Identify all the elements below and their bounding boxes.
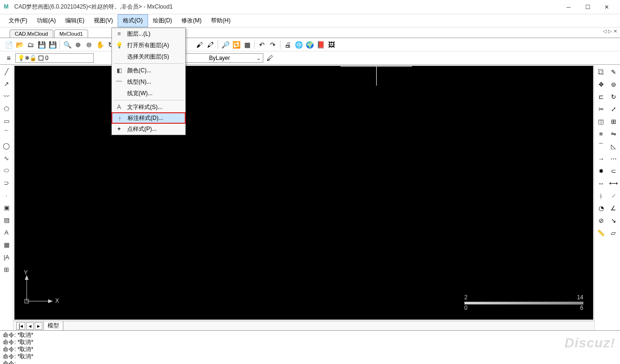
mtext-icon[interactable]: |A: [2, 252, 11, 262]
pan-icon[interactable]: ✋: [95, 40, 105, 49]
menu-modify[interactable]: 修改(M): [177, 15, 206, 27]
zoomwin-icon[interactable]: 🔍: [62, 40, 72, 49]
region-icon[interactable]: ⊞: [2, 265, 11, 274]
tab-controls[interactable]: ◁ ▷ ✕: [603, 29, 617, 34]
undo-icon[interactable]: ↶: [257, 40, 267, 49]
tab-doc1[interactable]: CAD.MxCloud: [10, 30, 53, 38]
extend-icon[interactable]: →: [596, 153, 606, 164]
dim-linear-icon[interactable]: ⟊: [596, 190, 606, 201]
paint-icon[interactable]: 🖍: [206, 40, 215, 49]
explode-icon[interactable]: ✸: [596, 166, 606, 176]
menu-function[interactable]: 功能(A): [32, 15, 60, 27]
find-icon[interactable]: 🔎: [220, 40, 230, 49]
menu-view[interactable]: 视图(V): [89, 15, 118, 27]
dd-pointstyle[interactable]: ✦点样式(P)...: [112, 123, 185, 135]
ellipse-icon[interactable]: ⬭: [2, 166, 11, 175]
rotate-icon[interactable]: ↻: [608, 91, 619, 102]
saveas-icon[interactable]: 💾: [48, 40, 57, 49]
dim-diameter-icon[interactable]: ⊘: [596, 215, 606, 226]
circle-icon[interactable]: ◯: [2, 141, 11, 150]
tab-doc2[interactable]: MxCloud1: [54, 30, 89, 38]
print-icon[interactable]: 🖨: [283, 40, 292, 49]
menu-format[interactable]: 格式(O): [118, 14, 148, 27]
tab-nav-prev[interactable]: ◂: [26, 322, 34, 330]
trim-icon[interactable]: ✂: [596, 104, 606, 114]
scale-icon[interactable]: ⤢: [608, 104, 619, 114]
hatch-icon[interactable]: ▨: [2, 215, 11, 225]
offset-icon[interactable]: ⊏: [596, 91, 606, 102]
block-icon[interactable]: ▣: [2, 203, 11, 212]
rectangle-icon[interactable]: ▭: [2, 116, 11, 126]
stretch-icon[interactable]: ↔: [596, 178, 606, 188]
open-icon[interactable]: 📂: [15, 40, 24, 49]
zoomext-icon[interactable]: ⊜: [84, 40, 94, 49]
mirror-icon[interactable]: ◫: [596, 116, 606, 127]
dim-angle-icon[interactable]: ∠: [608, 203, 619, 213]
line-icon[interactable]: ╱: [2, 67, 11, 76]
select-icon[interactable]: ▦: [242, 40, 252, 49]
brush-icon[interactable]: 🖌: [195, 40, 204, 49]
dd-dimstyle[interactable]: ⟊标注样式(D)...: [111, 112, 186, 124]
linetype-dropdown[interactable]: ByLayer ⌄: [182, 53, 263, 63]
erase-icon[interactable]: ✎: [608, 67, 619, 77]
break-icon[interactable]: ⋯: [608, 153, 619, 164]
dim-aligned-icon[interactable]: ⟋: [608, 190, 619, 201]
tab-nav-next[interactable]: ▸: [35, 322, 42, 330]
globe-icon[interactable]: 🌍: [305, 40, 314, 49]
measure-icon[interactable]: 📏: [596, 227, 606, 238]
copy-icon[interactable]: ⿻: [596, 67, 606, 77]
redo-icon[interactable]: ↷: [268, 40, 278, 49]
replace-icon[interactable]: 🔁: [231, 40, 241, 49]
dd-color[interactable]: ◧颜色(C)...: [112, 65, 185, 76]
command-window[interactable]: 命令: *取消* 命令: *取消* 命令: *取消* 命令: *取消* 命令:: [0, 330, 620, 364]
lengthen-icon[interactable]: ⟷: [608, 178, 619, 188]
menu-help[interactable]: 帮助(H): [206, 15, 235, 27]
table-icon[interactable]: ▦: [2, 240, 11, 249]
cmd-prompt[interactable]: 命令:: [3, 360, 617, 364]
minimize-button[interactable]: ─: [559, 0, 578, 14]
polyline-icon[interactable]: 〰: [2, 91, 11, 101]
new-icon[interactable]: 📄: [4, 40, 13, 49]
maximize-button[interactable]: ☐: [578, 0, 597, 14]
menu-edit[interactable]: 编辑(E): [60, 15, 89, 27]
close-button[interactable]: ✕: [597, 0, 616, 14]
text-icon[interactable]: A: [2, 227, 11, 237]
pdf-icon[interactable]: 📕: [316, 40, 325, 49]
linetype-icon[interactable]: 🖊: [265, 53, 275, 63]
array-icon[interactable]: ⊚: [608, 79, 619, 89]
drawing-canvas[interactable]: Y X 214 06: [14, 66, 593, 320]
point-icon[interactable]: ·: [2, 190, 11, 200]
web-icon[interactable]: 🌐: [294, 40, 303, 49]
flip-icon[interactable]: ⇋: [608, 128, 619, 139]
arc-icon[interactable]: ⌒: [2, 128, 11, 138]
ellipsearc-icon[interactable]: ⊃: [2, 178, 11, 187]
tab-nav-first[interactable]: |◂: [16, 322, 25, 330]
fillet-icon[interactable]: ⌒: [596, 141, 606, 151]
xline-icon[interactable]: ↗: [2, 79, 11, 89]
zoomplus-icon[interactable]: ⊕: [73, 40, 83, 49]
dd-layer[interactable]: ≡图层...(L): [112, 28, 185, 39]
tab-model[interactable]: 模型: [43, 321, 63, 331]
save-icon[interactable]: 💾: [37, 40, 46, 49]
move-icon[interactable]: ✥: [596, 79, 606, 89]
spline-icon[interactable]: ∿: [2, 153, 11, 163]
dd-close-layers[interactable]: 选择关闭图层(S): [112, 51, 185, 62]
folder-icon[interactable]: 🗂: [26, 40, 35, 49]
image-icon[interactable]: 🖼: [327, 40, 336, 49]
leader-icon[interactable]: ↘: [608, 215, 619, 226]
area-icon[interactable]: ▱: [608, 227, 619, 238]
layer-dropdown[interactable]: 💡 ❄ 🔓 0: [15, 53, 94, 63]
dd-linetype[interactable]: 〰线型(N)...: [112, 76, 185, 88]
dim-radius-icon[interactable]: ◔: [596, 203, 606, 213]
align-icon[interactable]: ≡: [596, 128, 606, 139]
grid-icon[interactable]: ⊞: [608, 116, 619, 127]
dd-lineweight[interactable]: 线宽(W)...: [112, 88, 185, 99]
join-icon[interactable]: ⊂: [608, 166, 619, 176]
layermgr-icon[interactable]: ≡: [4, 53, 13, 63]
menu-draw[interactable]: 绘图(D): [148, 15, 177, 27]
menu-file[interactable]: 文件(F): [4, 15, 32, 27]
chamfer-icon[interactable]: ◺: [608, 141, 619, 151]
dd-open-all-layers[interactable]: 💡打开所有图层(A): [112, 39, 185, 51]
dd-textstyle[interactable]: A文字样式(S)...: [112, 101, 185, 113]
polygon-icon[interactable]: ⬠: [2, 104, 11, 113]
